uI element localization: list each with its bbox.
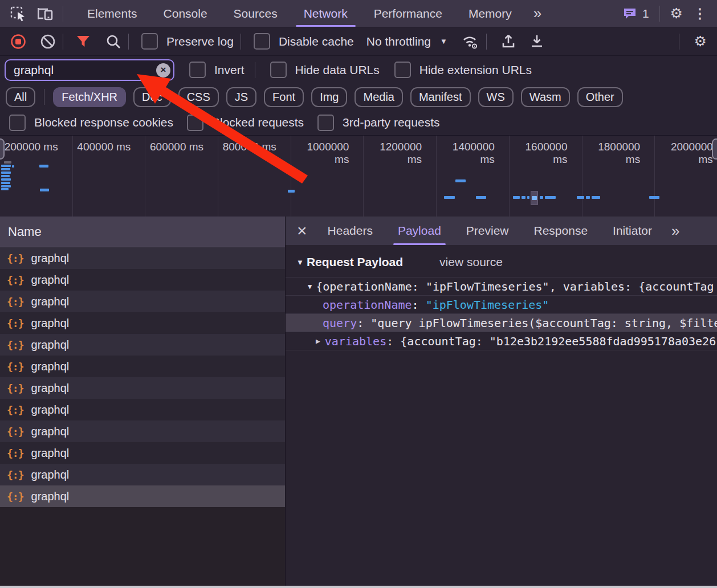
colon: : — [412, 298, 426, 312]
type-chip[interactable]: Wasm — [521, 87, 570, 107]
panel-tab[interactable]: Memory — [469, 0, 512, 27]
record-network-log-icon[interactable] — [10, 34, 26, 50]
request-row[interactable]: graphql — [0, 442, 285, 464]
disable-cache-checkbox[interactable] — [254, 33, 270, 50]
more-detail-tabs-icon[interactable] — [671, 222, 678, 240]
search-icon[interactable] — [105, 34, 121, 50]
hide-data-urls-label: Hide data URLs — [295, 63, 380, 77]
customize-menu-icon[interactable] — [691, 6, 709, 22]
filter-icon[interactable] — [76, 34, 91, 49]
payload-query-row-selected[interactable]: query : "query ipFlowTimeseries($account… — [286, 313, 717, 332]
device-toolbar-icon[interactable] — [35, 5, 55, 23]
type-chip[interactable]: Manifest — [410, 87, 471, 107]
type-chip[interactable]: Doc — [133, 87, 171, 107]
request-row[interactable]: graphql — [0, 420, 285, 442]
collapse-triangle-icon[interactable] — [296, 258, 304, 267]
request-payload-section[interactable]: Request Payload view source — [286, 252, 717, 272]
type-chip[interactable]: Img — [311, 87, 347, 107]
timeline-request-bar — [1, 175, 10, 177]
timeline-request-bar — [39, 165, 48, 168]
detail-tab[interactable]: Payload — [398, 217, 441, 245]
fetch-xhr-icon — [7, 339, 24, 351]
payload-query-value: "query ipFlowTimeseries($accountTag: str… — [370, 316, 717, 330]
disable-cache-label: Disable cache — [279, 35, 354, 48]
type-chip[interactable]: JS — [226, 87, 256, 107]
request-row[interactable]: graphql — [0, 485, 285, 507]
panel-tab[interactable]: Sources — [234, 0, 278, 27]
request-row[interactable]: graphql — [0, 356, 285, 377]
type-chip[interactable]: Font — [264, 87, 304, 107]
panel-tab[interactable]: Elements — [87, 0, 137, 27]
type-chip[interactable]: Media — [355, 87, 402, 107]
fetch-xhr-icon — [7, 469, 24, 481]
request-name: graphql — [31, 360, 70, 373]
clear-filter-icon[interactable] — [156, 63, 170, 77]
request-row[interactable]: graphql — [0, 377, 285, 399]
invert-checkbox[interactable] — [189, 62, 206, 78]
request-row[interactable]: graphql — [0, 399, 285, 420]
panel-tab[interactable]: Console — [164, 0, 207, 27]
preserve-log-checkbox[interactable] — [141, 33, 158, 50]
throttling-dropdown[interactable]: No throttling — [366, 35, 447, 48]
panel-tab[interactable]: Network — [304, 0, 348, 27]
timeline-tick-label: 1000000 ms — [291, 136, 364, 218]
hide-data-urls-checkbox[interactable] — [270, 62, 287, 78]
expand-triangle-icon[interactable] — [316, 337, 320, 345]
overview-right-grip[interactable] — [712, 138, 717, 160]
timeline-request-bar — [444, 196, 455, 199]
type-chip[interactable]: Fetch/XHR — [53, 87, 126, 107]
detail-tab[interactable]: Response — [534, 217, 588, 245]
network-settings-gear-icon[interactable] — [694, 34, 707, 48]
fetch-xhr-icon — [7, 404, 24, 416]
close-icon[interactable] — [297, 222, 307, 239]
type-chip[interactable]: CSS — [178, 87, 219, 107]
network-conditions-icon[interactable] — [461, 34, 479, 50]
payload-tree: {operationName: "ipFlowTimeseries", vari… — [286, 277, 717, 350]
payload-root-row[interactable]: {operationName: "ipFlowTimeseries", vari… — [286, 277, 717, 295]
detail-tab[interactable]: Preview — [466, 217, 509, 245]
request-row[interactable]: graphql — [0, 291, 285, 312]
request-row[interactable]: graphql — [0, 247, 285, 269]
panel-tab[interactable]: Performance — [374, 0, 442, 27]
view-source-link[interactable]: view source — [439, 255, 503, 269]
payload-key: variables — [325, 334, 386, 348]
settings-gear-icon[interactable] — [670, 6, 683, 21]
type-chip[interactable]: WS — [478, 87, 514, 107]
more-filter-checkbox[interactable] — [9, 115, 26, 131]
detail-tab[interactable]: Headers — [328, 217, 373, 245]
filter-input[interactable] — [5, 59, 174, 81]
issues-count: 1 — [642, 7, 649, 21]
type-chip[interactable]: All — [6, 87, 35, 107]
request-row[interactable]: graphql — [0, 269, 285, 291]
timeline-request-bar — [40, 189, 49, 191]
hide-extension-urls-checkbox[interactable] — [394, 62, 411, 78]
type-chip[interactable]: Other — [577, 87, 623, 107]
request-row[interactable]: graphql — [0, 334, 285, 356]
request-row[interactable]: graphql — [0, 464, 285, 485]
export-har-icon[interactable] — [529, 34, 545, 50]
clear-network-log-icon[interactable] — [40, 34, 56, 50]
collapse-triangle-icon[interactable] — [308, 283, 312, 291]
request-name: graphql — [31, 252, 70, 265]
timeline-ticks: 200000 ms 400000 ms 600000 ms 800000 ms … — [0, 136, 717, 218]
inspect-element-icon[interactable] — [9, 5, 27, 23]
network-overview-timeline[interactable]: 200000 ms 400000 ms 600000 ms 800000 ms … — [0, 136, 717, 218]
detail-tab[interactable]: Initiator — [613, 217, 652, 245]
payload-panel: Request Payload view source {operationNa… — [286, 245, 717, 588]
fetch-xhr-icon — [7, 491, 24, 503]
timeline-request-bar — [540, 196, 543, 199]
more-tabs-icon[interactable] — [533, 5, 540, 22]
issues-counter[interactable]: 1 — [622, 7, 649, 21]
fetch-xhr-icon — [7, 426, 24, 438]
overview-left-grip[interactable] — [0, 138, 5, 160]
more-filter-checkbox[interactable] — [187, 115, 203, 131]
import-har-icon[interactable] — [500, 34, 516, 50]
payload-variables-row[interactable]: variables : {accountTag: "b12e3b2192ee55… — [286, 332, 717, 350]
payload-operation-row[interactable]: operationName : "ipFlowTimeseries" — [286, 295, 717, 313]
timeline-request-bar — [649, 196, 659, 199]
name-column-header[interactable]: Name — [0, 217, 285, 247]
timeline-tick-label: 800000 ms — [218, 136, 291, 218]
request-row[interactable]: graphql — [0, 312, 285, 334]
more-filter-checkbox[interactable] — [317, 115, 334, 131]
timeline-tick-label: 200000 ms — [0, 136, 73, 218]
